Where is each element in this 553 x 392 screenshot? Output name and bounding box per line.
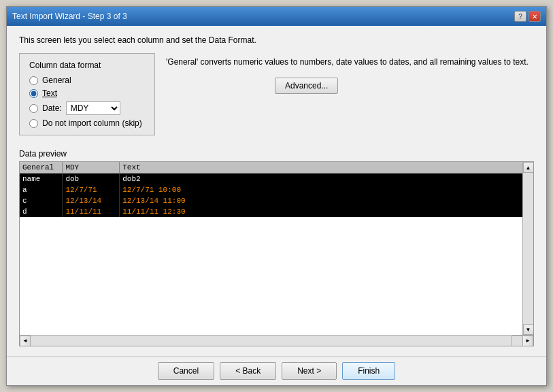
radio-text-label: Text <box>42 88 57 98</box>
cell-date3: 11/11/11 <box>63 206 120 217</box>
title-bar-buttons: ? ✕ <box>514 11 541 22</box>
title-bar: Text Import Wizard - Step 3 of 3 ? ✕ <box>7 7 546 26</box>
info-quote-text: 'General' converts numeric values to num… <box>166 56 534 68</box>
preview-table: General MDY Text name dob dob2 <box>20 162 533 217</box>
preview-body: name dob dob2 a 12/7/71 12/7/71 10:00 c <box>20 174 533 218</box>
radio-general-item: General <box>29 76 145 85</box>
cell-dob2: dob2 <box>120 174 533 185</box>
preview-header: General MDY Text <box>20 162 533 174</box>
col-header-mdy: MDY <box>63 162 120 174</box>
radio-general[interactable] <box>29 76 38 85</box>
column-format-label: Column data format <box>29 61 145 70</box>
data-preview-section: Data preview General MDY Text <box>19 149 534 346</box>
radio-date-item: Date: MDY DMY YMD <box>29 101 145 115</box>
help-button[interactable]: ? <box>514 11 526 22</box>
col-header-general: General <box>20 162 63 174</box>
window-title: Text Import Wizard - Step 3 of 3 <box>12 12 127 21</box>
date-format-select[interactable]: MDY DMY YMD <box>66 101 120 115</box>
radio-skip[interactable] <box>29 119 38 128</box>
cell-c: c <box>20 195 63 206</box>
cell-name: name <box>20 174 63 185</box>
preview-container: General MDY Text name dob dob2 <box>19 161 534 346</box>
vertical-scrollbar[interactable]: ▲ ▼ <box>522 162 533 335</box>
horizontal-scrollbar-container: ◄ ► <box>20 335 533 346</box>
close-button[interactable]: ✕ <box>529 11 541 22</box>
cell-date1: 12/7/71 <box>63 184 120 195</box>
radio-date[interactable] <box>29 104 38 113</box>
back-button[interactable]: < Back <box>220 362 276 380</box>
table-row: d 11/11/11 11/11/11 12:30 <box>20 206 533 217</box>
radio-text-item: Text <box>29 88 145 98</box>
scroll-left-button[interactable]: ◄ <box>20 336 31 346</box>
table-row: c 12/13/14 12/13/14 11:00 <box>20 195 533 206</box>
radio-group: General Text Date: MDY DMY YMD <box>29 76 145 128</box>
finish-button[interactable]: Finish <box>342 362 395 380</box>
scroll-down-button[interactable]: ▼ <box>523 324 534 335</box>
cell-datetime1: 12/7/71 10:00 <box>120 184 533 195</box>
cell-date2: 12/13/14 <box>63 195 120 206</box>
radio-general-label: General <box>42 76 71 85</box>
intro-text: This screen lets you select each column … <box>19 35 534 45</box>
next-button[interactable]: Next > <box>282 362 337 380</box>
content-area: This screen lets you select each column … <box>7 26 546 356</box>
cell-datetime3: 11/11/11 12:30 <box>120 206 533 217</box>
col-header-text: Text <box>120 162 533 174</box>
table-row: name dob dob2 <box>20 174 533 185</box>
cell-a: a <box>20 184 63 195</box>
radio-text[interactable] <box>29 89 38 98</box>
scroll-right-button[interactable]: ► <box>522 336 533 346</box>
info-panel: 'General' converts numeric values to num… <box>166 53 534 135</box>
cell-dob: dob <box>63 174 120 185</box>
main-window: Text Import Wizard - Step 3 of 3 ? ✕ Thi… <box>6 6 547 386</box>
cell-datetime2: 12/13/14 11:00 <box>120 195 533 206</box>
title-bar-left: Text Import Wizard - Step 3 of 3 <box>12 12 127 21</box>
top-section: Column data format General Text Date: <box>19 53 534 135</box>
table-row: a 12/7/71 12/7/71 10:00 <box>20 184 533 195</box>
cell-d: d <box>20 206 63 217</box>
column-format-box: Column data format General Text Date: <box>19 53 155 135</box>
preview-inner: General MDY Text name dob dob2 <box>20 162 533 335</box>
footer: Cancel < Back Next > Finish <box>7 356 546 385</box>
data-preview-label: Data preview <box>19 149 534 159</box>
scroll-up-button[interactable]: ▲ <box>523 162 534 173</box>
cancel-button[interactable]: Cancel <box>158 362 214 380</box>
header-row: General MDY Text <box>20 162 533 174</box>
scroll-track-h <box>31 336 512 346</box>
radio-skip-label: Do not import column (skip) <box>42 118 142 128</box>
advanced-button[interactable]: Advanced... <box>275 78 338 94</box>
scroll-corner <box>512 336 522 346</box>
scroll-track-v <box>523 173 533 324</box>
radio-skip-item: Do not import column (skip) <box>29 118 145 128</box>
radio-date-label: Date: <box>42 103 62 113</box>
